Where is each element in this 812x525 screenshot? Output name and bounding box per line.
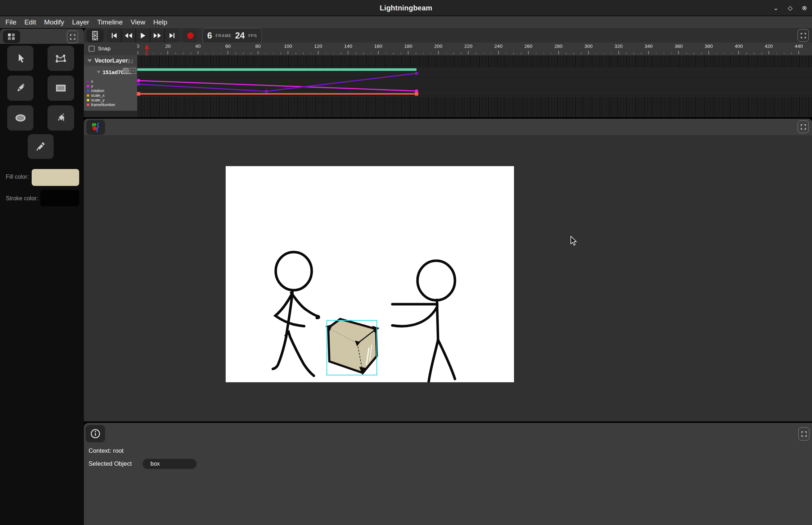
playhead[interactable] [144,44,150,56]
timeline-expand-button[interactable] [798,29,809,42]
expand-icon [69,34,76,40]
tools-expand-button[interactable] [67,31,78,43]
minimize-icon[interactable]: ⌄ [773,5,778,11]
play-button[interactable] [136,29,150,42]
menu-item-file[interactable]: File [1,16,21,28]
pencil-icon [15,83,26,93]
property-row-y[interactable]: y [87,84,115,88]
paint-bucket-tool-button[interactable] [48,105,74,131]
chevron-down-icon[interactable] [97,71,100,73]
expand-icon [800,124,807,130]
skip-to-start-button[interactable] [107,29,122,42]
snap-checkbox[interactable] [89,46,95,52]
tools-panel: Fill color: Stroke color: [0,28,84,525]
info-button[interactable] [86,425,105,442]
object-swatch-button[interactable] [123,68,129,74]
ruler-label: 220 [464,44,473,49]
property-row-scale_y[interactable]: scale_y [87,98,115,102]
close-icon[interactable]: ⊗ [802,5,807,11]
ruler-label: 420 [765,44,773,49]
animation-curves[interactable] [137,55,812,117]
stick-figure-right [392,261,455,382]
property-row-scale_x[interactable]: scale_x [87,93,115,98]
expand-icon [800,32,807,39]
property-name: frameNumber [91,103,115,107]
timeline-ruler[interactable]: 0204060801001201401601802002202402602803… [137,42,812,55]
skip-to-end-button[interactable] [165,29,179,42]
ruler-label: 440 [795,44,803,49]
menu-item-modify[interactable]: Modify [40,16,68,28]
app-window: Lightningbeam ⌄◇⊗ FileEditModifyLayerTim… [0,0,812,525]
ruler-label: 180 [404,44,412,49]
selected-object-dropdown[interactable]: box [143,459,197,469]
chevron-down-icon[interactable] [87,59,92,62]
keyframe-frameNumber-f0[interactable] [137,92,140,96]
context-text: Context: root [89,447,123,455]
menu-item-view[interactable]: View [127,16,149,28]
keyframe-frameNumber-f186[interactable] [415,92,418,96]
keyframe-x-f0[interactable] [137,83,140,86]
stroke-color-label: Stroke color: [6,195,38,202]
rewind-button[interactable] [122,29,136,42]
layer-name: VectorLayer [95,58,128,64]
eyedropper-tool-button[interactable] [28,134,54,159]
timeline-panel: 6 FRAME 24 FPS Snap 02040608010012014016… [84,28,812,117]
ellipse-tool-button[interactable] [7,105,33,131]
menu-item-help[interactable]: Help [149,16,171,28]
keyframe-x-f86[interactable] [265,90,268,93]
snap-row: Snap [84,42,137,55]
canvas-expand-button[interactable] [798,120,809,133]
ruler-label: 0 [137,44,139,49]
property-name: y [91,84,93,88]
fast-forward-icon [153,33,161,38]
record-button[interactable] [183,29,198,42]
layer-row-vectorlayer[interactable]: VectorLayer [L] [84,55,137,66]
canvas-area[interactable] [84,135,812,421]
stroke-color-swatch[interactable] [40,190,79,206]
scene-tab-button[interactable] [86,120,105,135]
film-roll-button[interactable] [86,29,104,42]
layer-tag: [L] [128,58,133,64]
menu-item-timeline[interactable]: Timeline [93,16,127,28]
keyframe-x-f186[interactable] [415,72,418,75]
frame-fps-display: 6 FRAME 24 FPS [202,28,262,43]
transform-path-tool-button[interactable] [48,46,74,71]
rectangle-tool-button[interactable] [48,76,74,101]
property-color-dot [87,85,89,87]
fps-label: FPS [248,33,257,38]
object-tilde-button[interactable]: ~ [130,68,136,74]
menu-item-edit[interactable]: Edit [21,16,40,28]
frame-value: 6 [207,31,212,41]
ruler-label: 320 [614,44,623,49]
fast-forward-button[interactable] [150,29,165,42]
property-name: rotation [91,89,104,93]
select-tool-button[interactable] [7,46,33,71]
curve-y[interactable] [137,81,416,91]
property-list: xyrotationscale_xscale_yframeNumber [87,79,115,107]
property-row-rotation[interactable]: rotation [87,88,115,93]
panel-grid-button[interactable] [3,30,20,43]
pencil-tool-button[interactable] [7,76,33,101]
property-name: scale_y [91,98,104,102]
menu-item-layer[interactable]: Layer [68,16,93,28]
property-row-frameNumber[interactable]: frameNumber [87,102,115,107]
box-object [325,319,379,375]
fill-color-swatch[interactable] [32,169,79,186]
property-color-dot [87,94,89,97]
ellipse-icon [14,113,27,123]
stage-canvas[interactable] [226,166,514,382]
ruler-label: 260 [524,44,533,49]
maximize-icon[interactable]: ◇ [788,5,793,11]
object-row[interactable]: 151ad70a... [84,68,137,76]
inspector-expand-button[interactable] [798,427,809,440]
stick-figure-left [273,252,319,376]
ruler-label: 60 [225,44,231,49]
ruler-label: 240 [494,44,502,49]
expand-icon [801,431,807,437]
layer-span-bar[interactable] [137,68,416,71]
ruler-label: 80 [255,44,261,49]
ruler-label: 120 [314,44,322,49]
ruler-label: 140 [344,44,352,49]
keyframe-y-f0[interactable] [137,79,140,82]
property-row-x[interactable]: x [87,79,115,84]
